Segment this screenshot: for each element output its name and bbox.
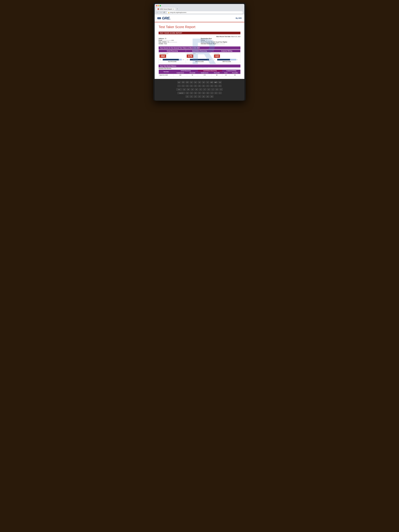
browser-content: ETS GRE. My GRE R examaxe Test Taker Sco…: [155, 14, 244, 79]
key-a[interactable]: A: [185, 92, 189, 95]
key-tab[interactable]: tab: [176, 88, 182, 91]
registration-row: Registration Num: [201, 38, 241, 39]
col-writing-percentile: Percentile: [229, 72, 240, 74]
writing-percentile-cell: 59: [229, 74, 240, 76]
verbal-percentile-cell: 91: [187, 74, 198, 76]
browser-window: G GRE Score Report ✕ + ← → ↺ 🔒 ereg.ets.…: [155, 4, 244, 79]
key-caps[interactable]: caps lock: [177, 92, 185, 95]
quantitative-bar-max: 170: [210, 59, 212, 60]
history-table: Test Date Verbal Reasoning Quantitative …: [158, 70, 241, 76]
writing-bar-max: 6: [237, 59, 240, 60]
tab-close-icon[interactable]: ✕: [173, 8, 174, 10]
key-2[interactable]: 2: [185, 84, 189, 88]
key-x[interactable]: X: [190, 95, 193, 98]
key-r[interactable]: R: [195, 88, 198, 91]
ssn-label: Social Security Number (Last Four Digits…: [201, 41, 227, 43]
key-k[interactable]: K: [214, 92, 218, 95]
address-text: ereg.ets.org/ereg/scorere: [170, 12, 186, 13]
new-tab-button[interactable]: +: [176, 7, 179, 11]
key-b[interactable]: B: [202, 95, 205, 98]
tab-bar: G GRE Score Report ✕ +: [156, 7, 243, 11]
email-row: Email: ——————.com: [158, 40, 198, 41]
minimize-button[interactable]: [158, 5, 159, 6]
keyboard-area: esc ☀F1 ✳F2 F3 F4 F5 F6 F7 ▶F8 ▶▶F9 F10 …: [155, 79, 244, 101]
key-c[interactable]: C: [194, 95, 197, 98]
key-4[interactable]: 4: [194, 84, 197, 88]
most-recent-date: March 28, 2020: [231, 36, 241, 37]
key-7[interactable]: 7: [206, 84, 209, 88]
forward-button[interactable]: →: [159, 11, 162, 14]
active-tab[interactable]: G GRE Score Report ✕: [156, 8, 176, 11]
key-5[interactable]: 5: [198, 84, 201, 88]
key-i[interactable]: I: [211, 88, 215, 91]
scores-row: Verbal Reasoning Your Scaled Score: 162 …: [159, 50, 240, 63]
key-e[interactable]: E: [190, 88, 194, 91]
key-9[interactable]: 9: [214, 84, 218, 88]
writing-scaled-label: Your Score:: [214, 53, 240, 54]
key-s[interactable]: S: [190, 92, 193, 95]
key-z[interactable]: Z: [185, 95, 189, 98]
key-f4[interactable]: F4: [194, 81, 197, 84]
personal-info: Address: 25 Registration Num Email: ————…: [158, 38, 241, 44]
key-f3[interactable]: F3: [190, 81, 193, 84]
key-tilde[interactable]: ~: [177, 84, 181, 88]
key-d[interactable]: D: [194, 92, 197, 95]
history-subheader: General Test Scores: [158, 68, 241, 69]
address-bar[interactable]: 🔒 ereg.ets.org/ereg/scorere: [166, 11, 243, 14]
address-row: Address: 25: [158, 38, 198, 39]
key-f2[interactable]: ✳F2: [185, 81, 189, 84]
verbal-score: 162: [159, 55, 166, 58]
col-verbal: Verbal Reasoning: [173, 70, 198, 72]
verbal-scaled-label: Your Scaled Score:: [159, 53, 185, 54]
key-y[interactable]: Y: [203, 88, 207, 91]
key-6[interactable]: 6: [202, 84, 205, 88]
key-3[interactable]: 3: [190, 84, 193, 88]
key-esc[interactable]: esc: [177, 81, 181, 84]
key-g[interactable]: G: [202, 92, 206, 95]
close-button[interactable]: [156, 5, 157, 6]
key-t[interactable]: T: [199, 88, 203, 91]
key-u[interactable]: U: [207, 88, 211, 91]
col-test-date: Test Date: [159, 70, 174, 74]
key-f7[interactable]: F7: [206, 81, 209, 84]
key-l[interactable]: L: [218, 92, 222, 95]
verbal-bar: [163, 59, 182, 60]
key-h[interactable]: H: [206, 92, 210, 95]
key-f8[interactable]: ▶F8: [210, 81, 214, 84]
verbal-header: Verbal Reasoning: [159, 50, 186, 52]
writing-bar-inner: [217, 59, 230, 60]
key-8[interactable]: 8: [210, 84, 214, 88]
key-f10[interactable]: F10: [218, 81, 222, 84]
key-v[interactable]: V: [198, 95, 201, 98]
key-q[interactable]: Q: [182, 88, 186, 91]
my-gre-link[interactable]: My GRE: [236, 17, 242, 19]
key-n[interactable]: N: [206, 95, 209, 98]
col-quant: Quantitative Reasoning: [198, 70, 222, 72]
quantitative-section: Quantitative Reasoning Your Scaled Score…: [186, 50, 213, 63]
quantitative-score: 170: [187, 55, 193, 58]
writing-bar: [217, 59, 236, 60]
registration-label: Registration Num: [201, 38, 212, 39]
most-recent-info: Most Recent Test Date: March 28, 2020: [158, 36, 241, 37]
key-w[interactable]: W: [186, 88, 190, 91]
key-f5[interactable]: F5: [198, 81, 201, 84]
dob-label: Date of Birth:: [158, 41, 167, 43]
key-f1[interactable]: ☀F1: [181, 81, 185, 84]
col-verbal-percentile: Percentile: [187, 72, 198, 74]
key-o[interactable]: O: [215, 88, 219, 91]
key-p[interactable]: P: [219, 88, 223, 91]
maximize-button[interactable]: [160, 5, 161, 6]
refresh-button[interactable]: ↺: [163, 11, 165, 14]
key-f6[interactable]: F6: [202, 81, 205, 84]
key-f[interactable]: F: [198, 92, 202, 95]
key-f9[interactable]: ▶▶F9: [214, 81, 218, 84]
key-j[interactable]: J: [210, 92, 214, 95]
writing-bar-min: 0: [214, 59, 217, 60]
key-0[interactable]: 0: [218, 84, 222, 88]
gre-logo-text: GRE.: [162, 16, 171, 20]
key-m[interactable]: M: [210, 95, 214, 98]
gre-header: ETS GRE. My GRE: [155, 14, 244, 22]
keyboard-row-qwerty: tab Q W E R T Y U I O P: [156, 88, 243, 91]
key-1[interactable]: 1: [181, 84, 185, 88]
back-button[interactable]: ←: [156, 11, 159, 14]
